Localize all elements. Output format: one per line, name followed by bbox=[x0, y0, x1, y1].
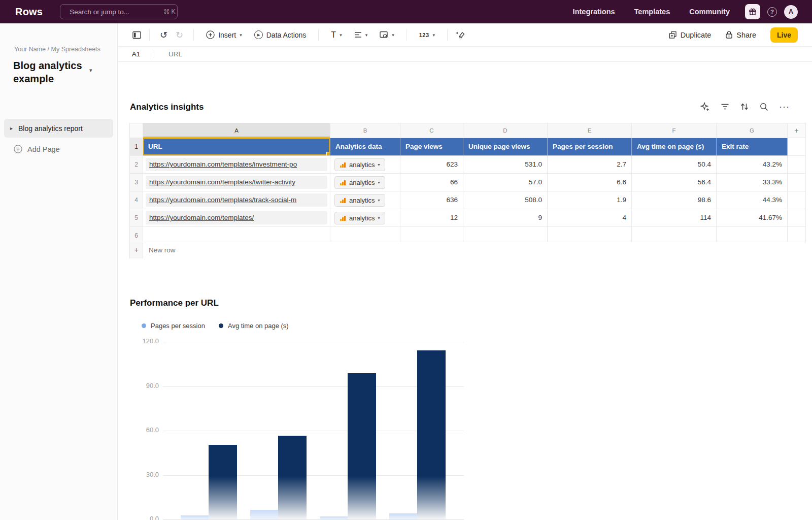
number-format-button[interactable]: 123 ▾ bbox=[419, 32, 435, 38]
search-box[interactable]: ⌘ K bbox=[60, 4, 178, 19]
empty-cell[interactable] bbox=[143, 227, 330, 242]
filter-icon[interactable] bbox=[721, 102, 729, 112]
empty-cell[interactable] bbox=[788, 156, 806, 174]
sort-icon[interactable] bbox=[740, 102, 749, 112]
avatar[interactable]: A bbox=[784, 5, 798, 19]
rows-logo[interactable]: Rows bbox=[15, 6, 43, 18]
alignment-button[interactable]: ▾ bbox=[354, 31, 368, 38]
numeric-cell[interactable]: 44.3% bbox=[717, 191, 788, 209]
empty-cell[interactable] bbox=[548, 227, 632, 242]
column-header-F[interactable]: F bbox=[632, 123, 717, 138]
table-title[interactable]: Analytics insights bbox=[130, 102, 204, 112]
bar-pages-per-session[interactable] bbox=[250, 510, 278, 519]
ai-sparkle-icon[interactable] bbox=[700, 102, 710, 112]
header-cell[interactable]: Avg time on page (s) bbox=[632, 138, 717, 156]
more-options-icon[interactable]: ··· bbox=[779, 102, 790, 112]
chart-title[interactable]: Performance per URL bbox=[130, 298, 219, 308]
selection-handle[interactable] bbox=[326, 152, 330, 156]
numeric-cell[interactable]: 1.9 bbox=[548, 191, 632, 209]
analytics-data-cell[interactable]: analytics▾ bbox=[330, 209, 400, 227]
numeric-cell[interactable]: 43.2% bbox=[717, 156, 788, 174]
numeric-cell[interactable]: 66 bbox=[400, 174, 463, 191]
row-number[interactable]: 5 bbox=[129, 209, 143, 227]
cell-format-button[interactable]: ▾ bbox=[380, 31, 394, 39]
header-cell[interactable]: Analytics data bbox=[330, 138, 400, 156]
row-number[interactable]: 3 bbox=[129, 174, 143, 191]
data-actions-button[interactable]: ▶ Data Actions bbox=[254, 30, 307, 39]
empty-cell[interactable] bbox=[788, 209, 806, 227]
nav-community[interactable]: Community bbox=[689, 8, 730, 16]
empty-cell[interactable] bbox=[330, 227, 400, 242]
clear-formatting-button[interactable] bbox=[454, 27, 467, 43]
numeric-cell[interactable]: 636 bbox=[400, 191, 463, 209]
column-header-D[interactable]: D bbox=[463, 123, 548, 138]
toggle-sidebar-button[interactable] bbox=[130, 27, 143, 43]
legend-item-pages-per-session[interactable]: Pages per session bbox=[142, 322, 205, 330]
analytics-chip[interactable]: analytics▾ bbox=[334, 194, 385, 207]
analytics-data-cell[interactable]: analytics▾ bbox=[330, 156, 400, 174]
undo-button[interactable]: ↺ bbox=[160, 29, 167, 41]
empty-cell[interactable] bbox=[632, 227, 717, 242]
empty-cell[interactable] bbox=[788, 191, 806, 209]
new-row-button[interactable]: New row bbox=[143, 242, 806, 258]
numeric-cell[interactable]: 6.6 bbox=[548, 174, 632, 191]
url-link[interactable]: https://yourdomain.com/templates/track-s… bbox=[146, 193, 327, 207]
empty-cell[interactable] bbox=[788, 174, 806, 191]
numeric-cell[interactable]: 41.67% bbox=[717, 209, 788, 227]
url-link[interactable]: https://yourdomain.com/templates/investm… bbox=[146, 158, 327, 171]
numeric-cell[interactable]: 98.6 bbox=[632, 191, 717, 209]
header-cell[interactable]: Exit rate bbox=[717, 138, 788, 156]
add-column-button[interactable]: + bbox=[788, 123, 806, 138]
nav-templates[interactable]: Templates bbox=[634, 8, 670, 16]
gift-button[interactable] bbox=[745, 4, 760, 19]
redo-button[interactable]: ↻ bbox=[176, 29, 183, 41]
help-button[interactable]: ? bbox=[767, 7, 777, 17]
row-number[interactable]: 4 bbox=[129, 191, 143, 209]
numeric-cell[interactable]: 33.3% bbox=[717, 174, 788, 191]
text-format-button[interactable]: T ▾ bbox=[331, 30, 342, 40]
numeric-cell[interactable]: 4 bbox=[548, 209, 632, 227]
numeric-cell[interactable]: 114 bbox=[632, 209, 717, 227]
header-cell[interactable]: Pages per session bbox=[548, 138, 632, 156]
row-number[interactable]: 2 bbox=[129, 156, 143, 174]
cell-reference[interactable]: A1 bbox=[118, 50, 154, 58]
bar-avg-time-on-page[interactable] bbox=[348, 373, 376, 519]
empty-cell[interactable] bbox=[788, 227, 806, 242]
numeric-cell[interactable]: 2.7 bbox=[548, 156, 632, 174]
bar-pages-per-session[interactable] bbox=[181, 515, 209, 519]
header-cell[interactable]: Page views bbox=[400, 138, 463, 156]
analytics-chip[interactable]: analytics▾ bbox=[334, 158, 385, 171]
column-header-G[interactable]: G bbox=[717, 123, 788, 138]
share-button[interactable]: Share bbox=[725, 30, 756, 39]
column-header-B[interactable]: B bbox=[330, 123, 400, 138]
column-header-E[interactable]: E bbox=[548, 123, 632, 138]
numeric-cell[interactable]: 623 bbox=[400, 156, 463, 174]
row-number[interactable]: 6 bbox=[129, 227, 143, 242]
header-cell[interactable]: URL bbox=[143, 138, 330, 156]
url-link[interactable]: https://yourdomain.com/templates/ bbox=[146, 211, 327, 224]
bar-avg-time-on-page[interactable] bbox=[417, 350, 446, 519]
url-cell[interactable]: https://yourdomain.com/templates/track-s… bbox=[143, 191, 330, 209]
analytics-chip[interactable]: analytics▾ bbox=[334, 176, 385, 189]
sidebar-page-blog-analytics-report[interactable]: ▸ Blog analytics report bbox=[4, 119, 113, 138]
bar-pages-per-session[interactable] bbox=[320, 516, 348, 519]
search-input[interactable] bbox=[70, 8, 159, 16]
empty-cell[interactable] bbox=[400, 227, 463, 242]
numeric-cell[interactable]: 56.4 bbox=[632, 174, 717, 191]
search-icon[interactable] bbox=[760, 102, 768, 112]
bar-avg-time-on-page[interactable] bbox=[209, 445, 237, 519]
live-button[interactable]: Live bbox=[770, 27, 798, 43]
numeric-cell[interactable]: 9 bbox=[463, 209, 548, 227]
formula-value[interactable]: URL bbox=[168, 50, 182, 58]
url-cell[interactable]: https://yourdomain.com/templates/investm… bbox=[143, 156, 330, 174]
numeric-cell[interactable]: 57.0 bbox=[463, 174, 548, 191]
bar-avg-time-on-page[interactable] bbox=[278, 436, 307, 519]
duplicate-button[interactable]: Duplicate bbox=[669, 31, 711, 39]
expand-triangle-icon[interactable]: ▸ bbox=[10, 125, 13, 131]
nav-integrations[interactable]: Integrations bbox=[573, 8, 615, 16]
numeric-cell[interactable]: 531.0 bbox=[463, 156, 548, 174]
analytics-chip[interactable]: analytics▾ bbox=[334, 212, 385, 224]
row-number[interactable]: 1 bbox=[129, 138, 143, 156]
url-cell[interactable]: https://yourdomain.com/templates/twitter… bbox=[143, 174, 330, 191]
column-header-A[interactable]: A bbox=[143, 123, 330, 138]
